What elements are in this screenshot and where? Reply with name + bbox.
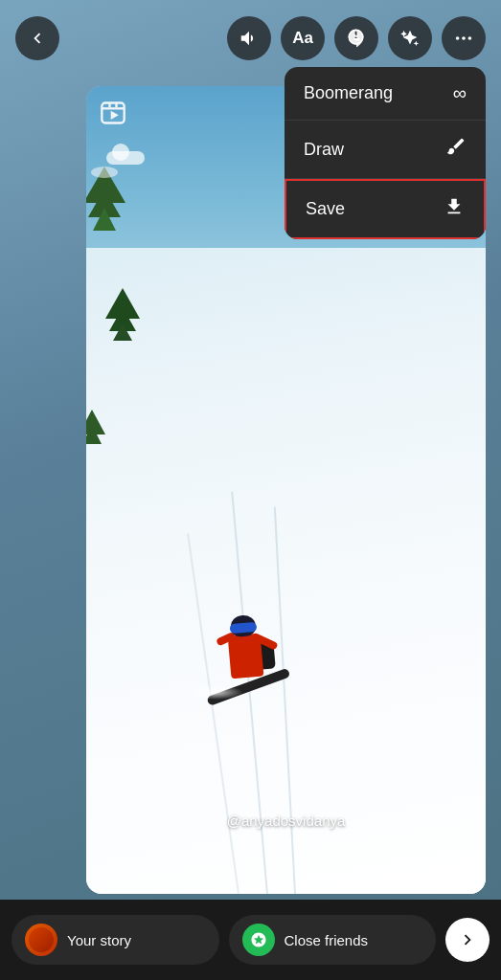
boomerang-icon: ∞ [453,82,467,104]
boomerang-menu-item[interactable]: Boomerang ∞ [285,67,486,121]
effects-button[interactable] [388,16,432,60]
svg-marker-8 [111,111,119,120]
text-icon-label: Aa [292,29,313,48]
reel-icon [100,100,126,130]
toolbar: Aa [0,0,501,77]
draw-icon [445,136,467,163]
next-button[interactable] [445,918,490,962]
sound-button[interactable] [227,16,271,60]
dropdown-menu: Boomerang ∞ Draw Save [285,67,486,239]
close-friends-icon [242,924,275,956]
back-button[interactable] [15,16,59,60]
body [228,634,264,679]
story-avatar [25,924,57,956]
save-icon [444,196,465,222]
svg-point-1 [456,36,460,40]
save-menu-item[interactable]: Save [285,179,486,239]
svg-rect-6 [108,103,110,108]
svg-point-3 [468,36,472,40]
svg-rect-7 [115,103,117,108]
slope [86,248,486,894]
svg-rect-5 [102,107,124,109]
save-label: Save [306,199,345,219]
close-friends-label: Close friends [285,932,369,948]
story-avatar-inner [29,927,54,952]
more-button[interactable] [442,16,486,60]
snowboarder [201,584,286,696]
svg-point-2 [462,36,466,40]
draw-menu-item[interactable]: Draw [285,121,486,179]
trees-left [86,167,146,651]
bottom-bar: Your story Close friends [0,900,501,980]
username: @anyadosvidanya [86,813,486,829]
cloud-2 [106,151,145,165]
draw-label: Draw [304,140,344,160]
text-button[interactable]: Aa [281,16,325,60]
your-story-label: Your story [67,932,131,948]
close-friends-button[interactable]: Close friends [229,915,437,965]
sticker-button[interactable] [334,16,378,60]
boomerang-label: Boomerang [304,83,393,103]
your-story-button[interactable]: Your story [11,915,219,965]
